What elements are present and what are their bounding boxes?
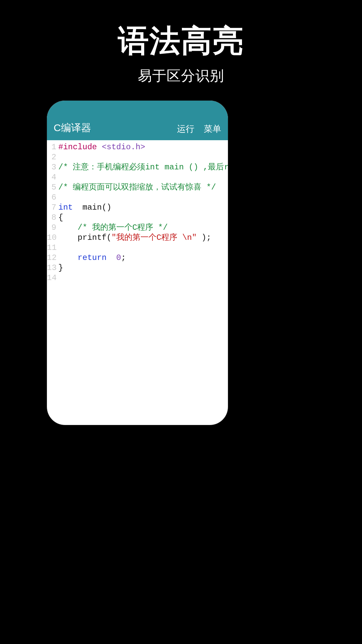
code-line[interactable]: [58, 172, 228, 182]
code-token-punct: (): [102, 203, 112, 212]
code-token-punct: }: [58, 263, 63, 272]
code-token-punct: [107, 253, 116, 262]
code-token-ident: printf(: [78, 233, 112, 242]
code-token-number: 0: [116, 253, 121, 262]
line-number: 5: [47, 182, 56, 193]
code-line[interactable]: /* 注意：手机编程必须int main () ,最后re: [58, 162, 228, 172]
app-title: C编译器: [54, 121, 91, 135]
code-line[interactable]: [58, 193, 228, 203]
code-token-ident: main: [82, 203, 102, 212]
code-token-keyword: int: [58, 203, 73, 212]
code-line[interactable]: printf("我的第一个C程序 \n" );: [58, 233, 228, 243]
code-line[interactable]: }: [58, 263, 228, 273]
code-token-punct: );: [197, 233, 211, 242]
line-number: 7: [47, 203, 56, 213]
line-number: 1: [47, 142, 56, 152]
line-number: 3: [47, 162, 56, 172]
code-line[interactable]: int main(): [58, 203, 228, 213]
app-bar: C编译器 运行 菜单: [47, 101, 228, 140]
code-token-comment: /* 注意：手机编程必须int main () ,最后re: [58, 163, 228, 172]
code-token-punct: ;: [121, 253, 126, 262]
line-number: 6: [47, 193, 56, 203]
code-line[interactable]: [58, 273, 228, 283]
code-line[interactable]: [58, 152, 228, 162]
code-token-comment: /* 编程页面可以双指缩放，试试有惊喜 */: [58, 183, 216, 192]
line-number: 11: [47, 243, 56, 253]
menu-button[interactable]: 菜单: [204, 123, 221, 135]
line-number: 2: [47, 152, 56, 162]
code-token-punct: [58, 233, 78, 242]
code-line[interactable]: #include <stdio.h>: [58, 142, 228, 152]
line-number: 14: [47, 273, 56, 283]
code-line[interactable]: /* 我的第一个C程序 */: [58, 223, 228, 233]
code-token-punct: [73, 203, 82, 212]
code-token-keyword: return: [78, 253, 107, 262]
code-line[interactable]: [58, 243, 228, 253]
code-token-punct: [58, 253, 78, 262]
promo-subtitle: 易于区分识别: [0, 66, 362, 85]
line-number: 4: [47, 172, 56, 182]
line-number: 10: [47, 233, 56, 243]
code-line[interactable]: return 0;: [58, 253, 228, 263]
line-number: 13: [47, 263, 56, 273]
code-token-comment: /* 我的第一个C程序 */: [78, 223, 168, 232]
code-token-punct: [58, 223, 78, 232]
line-number: 8: [47, 213, 56, 223]
code-line[interactable]: {: [58, 213, 228, 223]
run-button[interactable]: 运行: [177, 123, 194, 135]
phone-frame: C编译器 运行 菜单 1234567891011121314 #include …: [47, 101, 228, 425]
line-number: 12: [47, 253, 56, 263]
code-token-anglestr: <stdio.h>: [102, 143, 145, 152]
app-bar-actions: 运行 菜单: [177, 123, 221, 135]
code-token-punct: {: [58, 213, 63, 222]
promo-title: 语法高亮: [0, 20, 362, 62]
promo-heading: 语法高亮 易于区分识别: [0, 20, 362, 85]
code-line[interactable]: /* 编程页面可以双指缩放，试试有惊喜 */: [58, 182, 228, 193]
code-token-string: "我的第一个C程序 \n": [111, 233, 196, 242]
line-number-gutter: 1234567891011121314: [47, 142, 58, 283]
code-editor[interactable]: 1234567891011121314 #include <stdio.h>/*…: [47, 140, 228, 283]
code-token-include: #include: [58, 143, 102, 152]
code-area[interactable]: #include <stdio.h>/* 注意：手机编程必须int main (…: [58, 142, 228, 283]
line-number: 9: [47, 223, 56, 233]
